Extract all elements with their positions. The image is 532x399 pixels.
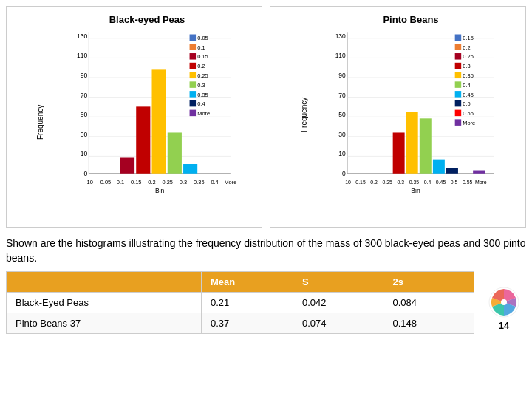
svg-text:0.1: 0.1 [117, 179, 124, 185]
table-cell-bep-mean: 0.21 [201, 293, 293, 313]
svg-text:0.1: 0.1 [197, 44, 205, 51]
svg-text:0.4: 0.4 [463, 82, 470, 89]
table-header-2s: 2s [383, 272, 474, 293]
svg-text:130: 130 [77, 33, 87, 40]
logo-icon [488, 286, 520, 318]
svg-text:0.25: 0.25 [463, 53, 473, 60]
svg-text:0.4: 0.4 [211, 179, 218, 185]
svg-text:0.35: 0.35 [409, 180, 420, 185]
svg-text:0.25: 0.25 [382, 180, 392, 185]
svg-text:0.5: 0.5 [463, 100, 470, 107]
bar-bep-0.3 [168, 132, 182, 173]
svg-rect-85 [455, 81, 462, 88]
main-container: Black-eyed Peas Frequency 0 10 30 50 70 [0, 0, 532, 399]
table-cell-pb-2s: 0.148 [383, 313, 474, 334]
svg-rect-40 [190, 91, 197, 98]
table-cell-bep-2s: 0.084 [383, 293, 474, 313]
table-row-pb: Pinto Beans 37 0.37 0.074 0.148 [7, 313, 474, 334]
y-axis-label-pb: Frequency [300, 28, 308, 201]
chart-title-bep: Black-eyed Peas [36, 14, 258, 25]
svg-rect-30 [190, 44, 197, 50]
svg-rect-36 [190, 72, 197, 79]
svg-text:0: 0 [342, 170, 346, 177]
svg-text:More: More [224, 179, 236, 185]
svg-text:0.2: 0.2 [370, 180, 378, 185]
svg-text:0.15: 0.15 [355, 180, 366, 185]
bar-bep-0.25 [152, 69, 166, 173]
svg-text:0.25: 0.25 [197, 72, 208, 79]
svg-text:10: 10 [81, 150, 88, 157]
histogram-svg-pb: 0 10 30 50 70 90 110 130 [310, 28, 522, 201]
histogram-svg-bep: 0 10 30 50 70 90 110 130 [46, 28, 258, 201]
svg-text:0.3: 0.3 [180, 179, 187, 185]
svg-text:30: 30 [338, 131, 346, 138]
svg-rect-87 [455, 91, 462, 98]
bar-pb-0.3 [393, 132, 405, 173]
svg-rect-93 [455, 119, 462, 126]
table-cell-bep-label: Black-Eyed Peas [7, 293, 202, 313]
svg-rect-81 [455, 63, 462, 69]
svg-text:0.2: 0.2 [463, 44, 470, 51]
bar-pb-0.45 [433, 160, 445, 174]
svg-text:0.2: 0.2 [197, 63, 205, 69]
svg-text:Bin: Bin [155, 187, 165, 194]
svg-text:0.55: 0.55 [463, 110, 473, 117]
table-row-bep: Black-Eyed Peas 0.21 0.042 0.084 [7, 293, 474, 313]
chart-title-pb: Pinto Beans [300, 14, 522, 25]
svg-text:More: More [463, 120, 475, 126]
bar-bep-0.15 [120, 158, 134, 174]
svg-text:More: More [475, 180, 487, 185]
bar-pb-more [473, 171, 485, 174]
svg-text:-10: -10 [85, 179, 93, 185]
svg-rect-79 [455, 53, 462, 60]
bar-pb-0.5 [446, 168, 458, 173]
table-cell-pb-mean: 0.37 [201, 313, 293, 334]
svg-text:130: 130 [335, 33, 346, 40]
svg-rect-44 [190, 110, 197, 117]
description-text: Shown are the histograms illustrating th… [6, 233, 526, 268]
svg-rect-34 [190, 63, 197, 69]
svg-text:-0.05: -0.05 [98, 179, 111, 185]
svg-text:0.45: 0.45 [463, 92, 473, 98]
svg-text:0.35: 0.35 [463, 72, 473, 79]
svg-text:0.3: 0.3 [397, 180, 404, 185]
svg-text:110: 110 [335, 52, 346, 59]
svg-text:0.15: 0.15 [131, 179, 141, 185]
svg-rect-42 [190, 100, 197, 107]
svg-text:30: 30 [81, 131, 88, 138]
svg-text:0.2: 0.2 [148, 179, 155, 185]
chart-pinto-beans: Pinto Beans Frequency 0 10 30 50 70 [270, 6, 526, 228]
svg-text:0.5: 0.5 [451, 180, 458, 185]
svg-text:0.45: 0.45 [436, 180, 446, 185]
table-header-s: S [293, 272, 383, 293]
svg-text:0.3: 0.3 [463, 63, 470, 69]
y-axis-label-bep: Frequency [36, 35, 44, 208]
page-number: 14 [499, 320, 509, 331]
svg-point-96 [501, 299, 507, 305]
svg-text:70: 70 [338, 92, 346, 99]
svg-rect-75 [455, 35, 462, 41]
svg-rect-83 [455, 72, 462, 79]
table-header-mean: Mean [201, 272, 293, 293]
svg-text:90: 90 [81, 72, 88, 79]
logo-area: 14 [482, 271, 526, 334]
stats-table: Mean S 2s Black-Eyed Peas 0.21 0.042 0.0… [6, 271, 474, 334]
table-header-empty [7, 272, 202, 293]
svg-text:-10: -10 [344, 180, 351, 185]
svg-text:0.15: 0.15 [197, 53, 208, 60]
table-cell-bep-s: 0.042 [293, 293, 383, 313]
svg-text:0.35: 0.35 [197, 92, 208, 98]
svg-text:90: 90 [338, 72, 346, 79]
svg-rect-89 [455, 100, 462, 107]
svg-text:0: 0 [84, 170, 88, 177]
svg-text:0.15: 0.15 [463, 35, 473, 41]
table-cell-pb-s: 0.074 [293, 313, 383, 334]
bar-pb-0.35 [406, 112, 418, 174]
bar-bep-0.2 [136, 106, 150, 173]
svg-text:0.3: 0.3 [197, 82, 205, 89]
svg-text:0.25: 0.25 [163, 179, 173, 185]
svg-rect-28 [190, 35, 197, 41]
svg-rect-77 [455, 44, 462, 50]
svg-text:110: 110 [77, 52, 87, 59]
svg-text:Bin: Bin [411, 187, 420, 194]
